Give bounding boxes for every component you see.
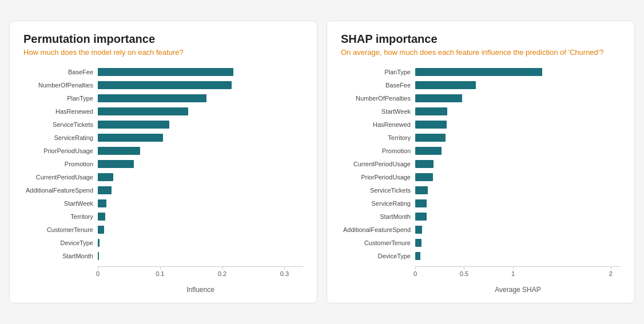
bar-track <box>98 226 303 234</box>
bar-row: StartMonth <box>341 211 621 222</box>
bar-label: PlanType <box>341 69 415 75</box>
bar-track <box>415 199 621 207</box>
bar-fill <box>415 213 427 221</box>
permutation-importance-card: Permutation importance How much does the… <box>9 21 317 303</box>
bar-fill <box>415 160 434 168</box>
bar-fill <box>415 252 420 260</box>
bar-row: Promotion <box>341 146 621 156</box>
bar-row: CurrentPeriodUsage <box>341 159 621 169</box>
bar-track <box>98 107 303 115</box>
bar-track <box>415 147 621 155</box>
bar-row: HasRenewed <box>23 106 303 117</box>
bar-fill <box>98 81 232 89</box>
bar-track <box>98 134 303 142</box>
x-tick-label: 0.1 <box>156 270 164 277</box>
bar-fill <box>415 134 446 142</box>
bar-track <box>415 81 621 89</box>
bar-fill <box>98 226 104 234</box>
bar-fill <box>98 199 106 207</box>
bar-row: CustomerTenure <box>23 225 303 235</box>
bar-label: ServiceTickets <box>341 187 415 194</box>
bar-track <box>415 252 621 260</box>
bar-row: AdditionalFeatureSpend <box>23 185 303 195</box>
bar-label: HasRenewed <box>341 121 415 128</box>
x-tick-label: 2 <box>609 270 613 277</box>
bar-fill <box>415 226 422 234</box>
permutation-x-label: Influence <box>23 286 303 294</box>
bar-track <box>415 186 621 194</box>
bar-fill <box>98 68 233 76</box>
x-tick-label: 0 <box>414 270 417 277</box>
bar-label: NumberOfPenalties <box>23 82 98 89</box>
bar-row: Promotion <box>23 159 303 169</box>
bar-label: PriorPeriodUsage <box>23 147 98 154</box>
bar-label: HasRenewed <box>23 108 98 115</box>
bar-label: PlanType <box>23 95 98 102</box>
bar-track <box>98 252 303 260</box>
bar-row: ServiceRating <box>341 198 621 209</box>
bar-row: StartMonth <box>23 251 303 261</box>
bar-row: BaseFee <box>23 67 303 77</box>
bar-fill <box>98 94 206 102</box>
bar-track <box>415 226 621 234</box>
bar-row: HasRenewed <box>341 119 621 130</box>
x-tick-mark <box>513 267 514 270</box>
bar-label: CustomerTenure <box>341 239 415 246</box>
bar-fill <box>98 252 99 260</box>
x-tick-mark <box>284 267 285 270</box>
bar-row: DeviceType <box>23 238 303 248</box>
bar-label: StartMonth <box>341 213 415 220</box>
bar-fill <box>98 173 113 181</box>
x-tick-label: 1 <box>511 270 515 277</box>
bar-track <box>98 68 303 76</box>
bar-label: ServiceRating <box>23 134 98 141</box>
bar-row: CustomerTenure <box>341 238 621 248</box>
bar-track <box>98 160 303 168</box>
bar-label: PriorPeriodUsage <box>341 174 415 181</box>
x-tick-label: 0.3 <box>280 270 289 277</box>
bar-row: AdditionalFeatureSpend <box>341 225 621 235</box>
bar-label: Promotion <box>23 161 98 167</box>
bar-track <box>98 186 303 194</box>
bar-track <box>415 213 621 221</box>
bar-label: Territory <box>23 213 98 220</box>
bar-fill <box>415 239 422 247</box>
bar-row: ServiceRating <box>23 133 303 143</box>
bar-row: DeviceType <box>341 251 621 261</box>
x-tick-mark <box>222 267 223 270</box>
x-tick-label: 0.5 <box>460 270 468 277</box>
permutation-bar-chart: BaseFeeNumberOfPenaltiesPlanTypeHasRenew… <box>23 67 303 278</box>
bar-fill <box>415 173 433 181</box>
bar-track <box>98 213 303 221</box>
bar-row: ServiceTickets <box>23 119 303 130</box>
bar-label: ServiceRating <box>341 200 415 207</box>
permutation-title: Permutation importance <box>23 33 303 46</box>
bar-row: Territory <box>341 133 621 143</box>
bar-track <box>415 68 621 76</box>
bar-fill <box>415 107 447 115</box>
bar-label: CustomerTenure <box>23 226 98 233</box>
bar-track <box>415 173 621 181</box>
bar-fill <box>98 147 140 155</box>
bar-fill <box>98 239 100 247</box>
bar-row: NumberOfPenalties <box>341 93 621 103</box>
bar-label: DeviceType <box>23 239 98 246</box>
bar-fill <box>415 186 428 194</box>
bar-track <box>415 239 621 247</box>
bar-label: AdditionalFeatureSpend <box>23 187 98 194</box>
bar-fill <box>98 213 105 221</box>
bar-track <box>98 147 303 155</box>
bar-label: NumberOfPenalties <box>341 95 415 102</box>
shap-bar-chart: PlanTypeBaseFeeNumberOfPenaltiesStartWee… <box>341 67 621 278</box>
bar-label: CurrentPeriodUsage <box>23 174 98 181</box>
shap-importance-card: SHAP importance On average, how much doe… <box>327 21 635 303</box>
bar-row: StartWeek <box>341 106 621 117</box>
bar-fill <box>98 134 163 142</box>
x-axis: 00.512 <box>341 266 621 278</box>
bar-fill <box>415 199 427 207</box>
x-tick-label: 0 <box>96 270 100 277</box>
bar-label: CurrentPeriodUsage <box>341 161 415 167</box>
permutation-subtitle: How much does the model rely on each fea… <box>23 48 303 57</box>
x-tick-mark <box>611 267 611 270</box>
bar-label: StartWeek <box>341 108 415 115</box>
